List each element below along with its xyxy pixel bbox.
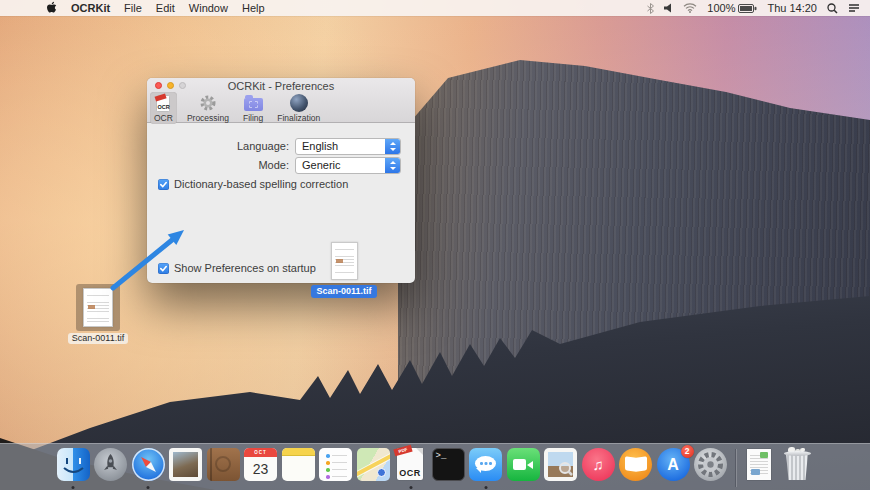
desktop-file-icon[interactable]: Scan-0011.tif [70, 284, 126, 344]
volume-icon[interactable] [664, 3, 673, 13]
startup-checkbox-row: Show Preferences on startup [158, 262, 316, 274]
running-indicator [147, 486, 150, 489]
mode-popup[interactable]: Generic [295, 157, 401, 174]
dock-item-contacts[interactable] [206, 444, 241, 490]
loupe-icon [544, 448, 577, 481]
terminal-icon: >_ [432, 448, 465, 481]
language-popup[interactable]: English [295, 138, 401, 155]
dock-item-notes[interactable] [281, 444, 316, 490]
startup-checkbox-label: Show Preferences on startup [174, 262, 316, 274]
itunes-icon: ♫ [582, 448, 615, 481]
dock-divider [735, 449, 736, 487]
menu-app-name[interactable]: OCRKit [71, 2, 110, 14]
toolbar-tab-processing[interactable]: Processing [183, 92, 233, 124]
maps-icon [357, 448, 390, 481]
language-row: Language: English [147, 137, 401, 155]
notes-icon [282, 448, 315, 481]
menu-file[interactable]: File [124, 2, 142, 14]
dock-item-app-store[interactable]: A 2 [656, 444, 691, 490]
selected-file-label: Scan-0011.tif [311, 285, 376, 298]
dock-item-preview[interactable] [543, 444, 578, 490]
running-indicator [409, 486, 412, 489]
system-preferences-gear-icon [694, 448, 727, 481]
menu-window[interactable]: Window [189, 2, 228, 14]
ibooks-icon [619, 448, 652, 481]
apple-menu[interactable] [46, 1, 57, 16]
dock-item-reminders[interactable] [318, 444, 353, 490]
dock-item-calendar[interactable]: OCT 23 [243, 444, 278, 490]
trash-full-icon [781, 448, 814, 481]
dock: OCT 23 PDF OCR >_ [0, 443, 870, 490]
apple-icon [46, 1, 57, 14]
mode-value: Generic [302, 159, 341, 171]
toolbar-tab-finalization[interactable]: Finalization [273, 92, 324, 124]
finder-icon [57, 448, 90, 481]
window-body: Language: English Mode: Generic Dictiona… [147, 123, 415, 283]
running-indicator [484, 486, 487, 489]
language-value: English [302, 140, 338, 152]
menu-bar: OCRKit File Edit Window Help 100% Thu 14… [0, 0, 870, 16]
icon-selection-backdrop [76, 284, 120, 331]
bluetooth-icon[interactable] [647, 3, 654, 14]
messages-bubble-icon [469, 448, 502, 481]
popup-stepper-icon [385, 139, 400, 154]
dictionary-checkbox-row: Dictionary-based spelling correction [158, 178, 348, 190]
battery-percent: 100% [707, 2, 735, 14]
calendar-month: OCT [244, 448, 277, 457]
toolbar-tab-filing[interactable]: Filing [239, 92, 267, 124]
minimize-button[interactable] [167, 82, 174, 89]
safari-icon [132, 448, 165, 481]
dock-item-messages[interactable] [468, 444, 503, 490]
startup-checkbox[interactable] [158, 263, 169, 274]
dock-item-ibooks[interactable] [618, 444, 653, 490]
app-store-letter: A [667, 456, 679, 474]
desktop: OCRKit File Edit Window Help 100% Thu 14… [0, 0, 870, 490]
dock-item-mail[interactable] [168, 444, 203, 490]
dock-item-launchpad[interactable] [93, 444, 128, 490]
pdf-banner: PDF [393, 445, 412, 457]
calendar-icon: OCT 23 [244, 448, 277, 481]
battery-status[interactable]: 100% [707, 2, 757, 14]
clock[interactable]: Thu 14:20 [767, 2, 817, 14]
terminal-prompt: >_ [436, 451, 447, 461]
window-title: OCRKit - Preferences [147, 78, 415, 93]
checkmark-icon [159, 264, 168, 273]
notification-center-icon[interactable] [848, 3, 860, 13]
reminders-icon [319, 448, 352, 481]
dock-item-itunes[interactable]: ♫ [581, 444, 616, 490]
dock-item-system-preferences[interactable] [693, 444, 728, 490]
wifi-icon[interactable] [683, 3, 697, 13]
menu-edit[interactable]: Edit [156, 2, 175, 14]
dock-item-facetime[interactable] [506, 444, 541, 490]
dock-item-finder[interactable] [56, 444, 91, 490]
dock-item-document[interactable] [742, 444, 777, 490]
battery-icon [738, 4, 757, 13]
dock-item-maps[interactable] [356, 444, 391, 490]
dock-item-safari[interactable] [131, 444, 166, 490]
notification-badge: 2 [681, 445, 694, 458]
folder-icon [244, 94, 263, 112]
dock-item-ocrkit[interactable]: PDF OCR [393, 444, 428, 490]
menu-help[interactable]: Help [242, 2, 265, 14]
file-thumbnail-item[interactable]: Scan-0011.tif [305, 242, 383, 298]
app-store-icon: A 2 [657, 448, 690, 481]
mail-stamp-icon [169, 448, 202, 481]
dock-item-terminal[interactable]: >_ [431, 444, 466, 490]
mode-label: Mode: [147, 159, 295, 171]
ocrkit-document-icon: PDF OCR [394, 448, 427, 481]
gear-icon [199, 94, 217, 112]
dictionary-checkbox[interactable] [158, 179, 169, 190]
window-header: OCRKit - Preferences OCR OCR Process [147, 78, 415, 123]
spotlight-icon[interactable] [827, 3, 838, 14]
scan-page-thumbnail [331, 242, 358, 280]
dock-item-trash[interactable] [780, 444, 815, 490]
close-button[interactable] [155, 82, 162, 89]
document-file-icon [743, 448, 776, 481]
ocr-document-icon: OCR [156, 94, 170, 112]
scan-page-thumbnail [83, 288, 113, 327]
running-indicator [72, 486, 75, 489]
preferences-window: OCRKit - Preferences OCR OCR Process [147, 78, 415, 283]
toolbar-tab-ocr[interactable]: OCR OCR [150, 92, 177, 124]
preview-icon [544, 448, 577, 481]
preferences-toolbar: OCR OCR Processing Filing Finalization [150, 92, 412, 122]
